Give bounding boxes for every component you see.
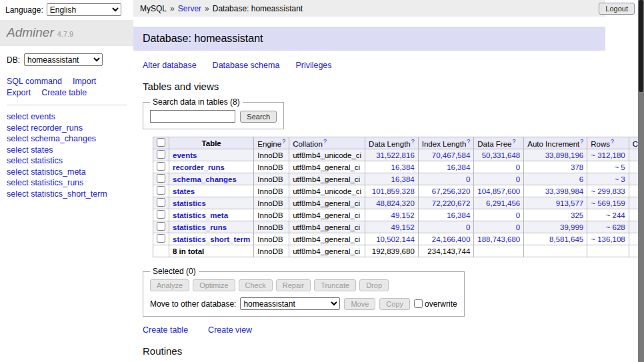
rows-link[interactable]: ~ 312,180 <box>591 151 625 159</box>
select-all-checkbox[interactable] <box>157 138 165 147</box>
drop-button[interactable]: Drop <box>359 279 389 291</box>
optimize-button[interactable]: Optimize <box>193 279 235 291</box>
move-db-select[interactable]: homeassistant <box>240 297 340 310</box>
auto-increment-link[interactable]: 913,577 <box>556 199 584 207</box>
overwrite-checkbox[interactable] <box>414 299 423 308</box>
row-checkbox[interactable] <box>157 234 165 243</box>
table-name-link[interactable]: statistics_meta <box>173 211 228 219</box>
table-name-link[interactable]: statistics_short_term <box>173 235 250 243</box>
analyze-button[interactable]: Analyze <box>150 279 189 291</box>
sidebar-link[interactable]: Export <box>7 88 31 97</box>
scrollbar-thumb[interactable] <box>639 0 643 92</box>
index-length-link[interactable]: 0 <box>466 223 470 231</box>
auto-increment-link[interactable]: 33,898,196 <box>545 151 584 159</box>
sidebar-link[interactable]: Create table <box>41 88 87 97</box>
data-length-link[interactable]: 16,384 <box>391 175 415 183</box>
auto-increment-link[interactable]: 33,398,984 <box>545 187 584 195</box>
routines-heading: Routines <box>143 345 605 357</box>
help-link[interactable]: ? <box>512 138 515 145</box>
auto-increment-link[interactable]: 378 <box>571 163 583 171</box>
sidebar-table-link[interactable]: select schema_changes <box>7 133 96 145</box>
data-free-link[interactable]: 188,743,680 <box>477 235 520 243</box>
data-length-link[interactable]: 49,152 <box>391 223 415 231</box>
table-name-link[interactable]: statistics_runs <box>173 223 227 231</box>
help-link[interactable]: ? <box>411 138 415 145</box>
data-free-link[interactable]: 6,291,456 <box>486 199 520 207</box>
data-free-link[interactable]: 50,331,648 <box>482 151 521 159</box>
data-free-link[interactable]: 0 <box>516 223 520 231</box>
logout-button[interactable]: Logout <box>599 3 635 15</box>
check-button[interactable]: Check <box>239 279 273 291</box>
data-free-link[interactable]: 0 <box>516 175 520 183</box>
auto-increment-link[interactable]: 39,999 <box>560 223 583 231</box>
search-button[interactable]: Search <box>240 111 277 123</box>
sidebar-table-link[interactable]: select events <box>7 111 55 123</box>
row-checkbox[interactable] <box>157 150 165 159</box>
truncate-button[interactable]: Truncate <box>314 279 356 291</box>
help-link[interactable]: ? <box>282 138 285 145</box>
index-length-link[interactable]: 0 <box>466 175 470 183</box>
index-length-link[interactable]: 70,467,584 <box>432 151 471 159</box>
help-link[interactable]: ? <box>580 138 583 145</box>
help-link[interactable]: ? <box>611 138 614 145</box>
rows-link[interactable]: ~ 569,159 <box>591 199 625 207</box>
index-length-link[interactable]: 72,220,672 <box>432 199 471 207</box>
data-length-link[interactable]: 16,384 <box>391 163 415 171</box>
db-select[interactable]: homeassistant <box>24 53 103 66</box>
table-name-link[interactable]: states <box>173 187 195 195</box>
sidebar-link[interactable]: SQL command <box>7 77 62 86</box>
table-name-link[interactable]: recorder_runs <box>173 163 225 171</box>
row-checkbox[interactable] <box>157 162 165 171</box>
sidebar-link[interactable]: Import <box>73 77 96 86</box>
db-nav-link[interactable]: Database schema <box>213 61 280 70</box>
search-input[interactable] <box>150 110 235 123</box>
data-length-link[interactable]: 10,502,144 <box>376 235 415 243</box>
row-checkbox[interactable] <box>157 174 165 183</box>
vertical-scrollbar[interactable] <box>638 0 644 362</box>
create-link[interactable]: Create view <box>208 325 252 335</box>
create-link[interactable]: Create table <box>143 325 188 335</box>
data-free-link[interactable]: 0 <box>516 163 520 171</box>
sidebar-table-link[interactable]: select states <box>7 145 53 156</box>
row-checkbox[interactable] <box>157 210 165 219</box>
table-name-link[interactable]: events <box>173 151 197 159</box>
index-length-link[interactable]: 16,384 <box>447 163 470 171</box>
row-checkbox[interactable] <box>157 186 165 195</box>
auto-increment-link[interactable]: 6 <box>579 175 583 183</box>
data-length-link[interactable]: 31,522,816 <box>376 151 415 159</box>
auto-increment-link[interactable]: 325 <box>571 211 583 219</box>
data-length-link[interactable]: 49,152 <box>391 211 415 219</box>
table-name-link[interactable]: statistics <box>173 199 206 207</box>
db-nav-link[interactable]: Alter database <box>143 61 197 70</box>
sidebar-table-link[interactable]: select statistics_short_term <box>7 189 107 200</box>
repair-button[interactable]: Repair <box>276 279 311 291</box>
row-checkbox[interactable] <box>157 198 165 207</box>
copy-button[interactable]: Copy <box>379 298 410 310</box>
sidebar-table-link[interactable]: select statistics <box>7 155 63 167</box>
sidebar-table-link[interactable]: select recorder_runs <box>7 123 83 134</box>
data-free-link[interactable]: 104,857,600 <box>477 187 520 195</box>
language-select[interactable]: English <box>47 3 121 16</box>
sidebar-table-link[interactable]: select statistics_runs <box>7 177 83 189</box>
index-length-link[interactable]: 24,166,400 <box>432 235 471 243</box>
rows-link[interactable]: ~ 136,108 <box>591 235 625 243</box>
row-checkbox[interactable] <box>157 222 165 231</box>
data-length-link[interactable]: 101,859,328 <box>372 187 415 195</box>
help-link[interactable]: ? <box>467 138 470 145</box>
auto-increment-link[interactable]: 8,581,645 <box>549 235 583 243</box>
breadcrumb-server-link[interactable]: Server <box>178 4 201 13</box>
rows-link[interactable]: ~ 3 <box>614 175 625 183</box>
rows-link[interactable]: ~ 628 <box>606 223 625 231</box>
table-name-link[interactable]: schema_changes <box>173 175 237 183</box>
data-length-link[interactable]: 48,824,320 <box>376 199 415 207</box>
rows-link[interactable]: ~ 244 <box>606 211 625 219</box>
help-link[interactable]: ? <box>323 138 327 145</box>
data-free-link[interactable]: 0 <box>516 211 520 219</box>
db-nav-link[interactable]: Privileges <box>295 61 331 70</box>
move-button[interactable]: Move <box>344 298 375 310</box>
index-length-link[interactable]: 67,256,320 <box>432 187 471 195</box>
rows-link[interactable]: ~ 5 <box>614 163 625 171</box>
sidebar-table-link[interactable]: select statistics_meta <box>7 167 86 178</box>
index-length-link[interactable]: 16,384 <box>447 211 470 219</box>
rows-link[interactable]: ~ 299,833 <box>591 187 625 195</box>
